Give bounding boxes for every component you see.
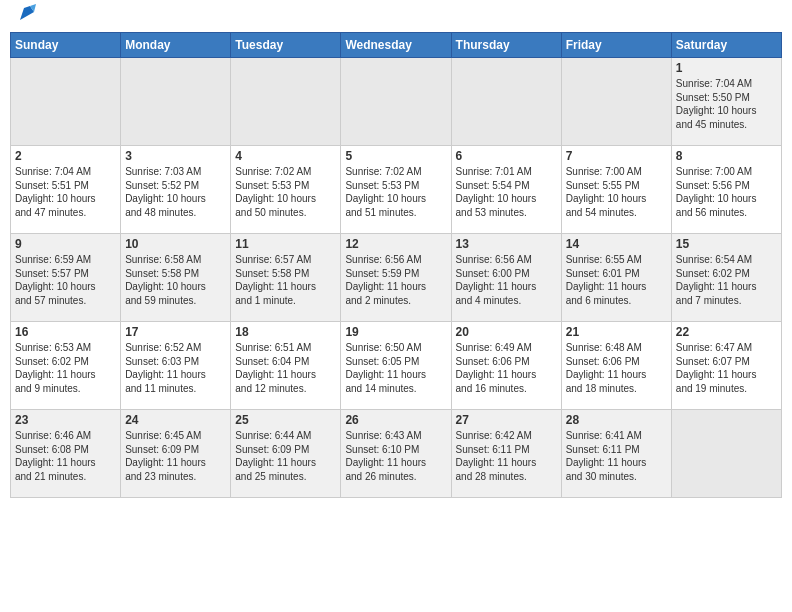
day-number: 23	[15, 413, 116, 427]
day-cell	[11, 58, 121, 146]
day-number: 3	[125, 149, 226, 163]
day-info: Sunrise: 6:51 AM Sunset: 6:04 PM Dayligh…	[235, 341, 336, 395]
day-cell	[561, 58, 671, 146]
day-info: Sunrise: 6:47 AM Sunset: 6:07 PM Dayligh…	[676, 341, 777, 395]
day-cell: 1Sunrise: 7:04 AM Sunset: 5:50 PM Daylig…	[671, 58, 781, 146]
day-info: Sunrise: 7:02 AM Sunset: 5:53 PM Dayligh…	[345, 165, 446, 219]
logo	[14, 10, 38, 24]
day-cell: 22Sunrise: 6:47 AM Sunset: 6:07 PM Dayli…	[671, 322, 781, 410]
day-info: Sunrise: 6:53 AM Sunset: 6:02 PM Dayligh…	[15, 341, 116, 395]
day-cell: 2Sunrise: 7:04 AM Sunset: 5:51 PM Daylig…	[11, 146, 121, 234]
calendar: SundayMondayTuesdayWednesdayThursdayFrid…	[10, 32, 782, 498]
day-cell	[231, 58, 341, 146]
day-info: Sunrise: 6:50 AM Sunset: 6:05 PM Dayligh…	[345, 341, 446, 395]
day-number: 26	[345, 413, 446, 427]
day-cell: 14Sunrise: 6:55 AM Sunset: 6:01 PM Dayli…	[561, 234, 671, 322]
day-info: Sunrise: 6:43 AM Sunset: 6:10 PM Dayligh…	[345, 429, 446, 483]
day-number: 16	[15, 325, 116, 339]
header	[10, 10, 782, 24]
weekday-header-row: SundayMondayTuesdayWednesdayThursdayFrid…	[11, 33, 782, 58]
day-cell: 26Sunrise: 6:43 AM Sunset: 6:10 PM Dayli…	[341, 410, 451, 498]
day-info: Sunrise: 6:56 AM Sunset: 6:00 PM Dayligh…	[456, 253, 557, 307]
day-info: Sunrise: 6:48 AM Sunset: 6:06 PM Dayligh…	[566, 341, 667, 395]
weekday-tuesday: Tuesday	[231, 33, 341, 58]
day-cell: 4Sunrise: 7:02 AM Sunset: 5:53 PM Daylig…	[231, 146, 341, 234]
day-number: 15	[676, 237, 777, 251]
day-number: 17	[125, 325, 226, 339]
day-info: Sunrise: 6:49 AM Sunset: 6:06 PM Dayligh…	[456, 341, 557, 395]
day-cell	[121, 58, 231, 146]
day-number: 28	[566, 413, 667, 427]
week-row-3: 16Sunrise: 6:53 AM Sunset: 6:02 PM Dayli…	[11, 322, 782, 410]
day-number: 1	[676, 61, 777, 75]
day-number: 21	[566, 325, 667, 339]
day-number: 19	[345, 325, 446, 339]
day-cell: 5Sunrise: 7:02 AM Sunset: 5:53 PM Daylig…	[341, 146, 451, 234]
day-info: Sunrise: 7:04 AM Sunset: 5:51 PM Dayligh…	[15, 165, 116, 219]
day-number: 18	[235, 325, 336, 339]
day-cell: 3Sunrise: 7:03 AM Sunset: 5:52 PM Daylig…	[121, 146, 231, 234]
day-info: Sunrise: 6:52 AM Sunset: 6:03 PM Dayligh…	[125, 341, 226, 395]
day-info: Sunrise: 7:02 AM Sunset: 5:53 PM Dayligh…	[235, 165, 336, 219]
day-cell: 16Sunrise: 6:53 AM Sunset: 6:02 PM Dayli…	[11, 322, 121, 410]
day-cell: 28Sunrise: 6:41 AM Sunset: 6:11 PM Dayli…	[561, 410, 671, 498]
day-cell: 6Sunrise: 7:01 AM Sunset: 5:54 PM Daylig…	[451, 146, 561, 234]
day-cell	[341, 58, 451, 146]
day-info: Sunrise: 7:04 AM Sunset: 5:50 PM Dayligh…	[676, 77, 777, 131]
day-cell: 18Sunrise: 6:51 AM Sunset: 6:04 PM Dayli…	[231, 322, 341, 410]
day-cell: 15Sunrise: 6:54 AM Sunset: 6:02 PM Dayli…	[671, 234, 781, 322]
day-number: 13	[456, 237, 557, 251]
day-info: Sunrise: 6:56 AM Sunset: 5:59 PM Dayligh…	[345, 253, 446, 307]
day-info: Sunrise: 6:44 AM Sunset: 6:09 PM Dayligh…	[235, 429, 336, 483]
day-cell: 12Sunrise: 6:56 AM Sunset: 5:59 PM Dayli…	[341, 234, 451, 322]
week-row-2: 9Sunrise: 6:59 AM Sunset: 5:57 PM Daylig…	[11, 234, 782, 322]
day-cell	[671, 410, 781, 498]
day-number: 7	[566, 149, 667, 163]
day-cell: 25Sunrise: 6:44 AM Sunset: 6:09 PM Dayli…	[231, 410, 341, 498]
weekday-monday: Monday	[121, 33, 231, 58]
day-cell: 7Sunrise: 7:00 AM Sunset: 5:55 PM Daylig…	[561, 146, 671, 234]
page: SundayMondayTuesdayWednesdayThursdayFrid…	[0, 0, 792, 508]
day-info: Sunrise: 7:01 AM Sunset: 5:54 PM Dayligh…	[456, 165, 557, 219]
day-number: 5	[345, 149, 446, 163]
day-number: 11	[235, 237, 336, 251]
day-info: Sunrise: 6:41 AM Sunset: 6:11 PM Dayligh…	[566, 429, 667, 483]
week-row-0: 1Sunrise: 7:04 AM Sunset: 5:50 PM Daylig…	[11, 58, 782, 146]
day-number: 8	[676, 149, 777, 163]
day-number: 27	[456, 413, 557, 427]
day-number: 20	[456, 325, 557, 339]
day-number: 10	[125, 237, 226, 251]
day-info: Sunrise: 6:54 AM Sunset: 6:02 PM Dayligh…	[676, 253, 777, 307]
day-info: Sunrise: 6:55 AM Sunset: 6:01 PM Dayligh…	[566, 253, 667, 307]
day-info: Sunrise: 6:45 AM Sunset: 6:09 PM Dayligh…	[125, 429, 226, 483]
week-row-1: 2Sunrise: 7:04 AM Sunset: 5:51 PM Daylig…	[11, 146, 782, 234]
day-cell: 21Sunrise: 6:48 AM Sunset: 6:06 PM Dayli…	[561, 322, 671, 410]
day-number: 24	[125, 413, 226, 427]
day-number: 22	[676, 325, 777, 339]
day-cell	[451, 58, 561, 146]
day-number: 4	[235, 149, 336, 163]
weekday-friday: Friday	[561, 33, 671, 58]
day-number: 2	[15, 149, 116, 163]
weekday-sunday: Sunday	[11, 33, 121, 58]
day-info: Sunrise: 7:00 AM Sunset: 5:55 PM Dayligh…	[566, 165, 667, 219]
week-row-4: 23Sunrise: 6:46 AM Sunset: 6:08 PM Dayli…	[11, 410, 782, 498]
day-info: Sunrise: 6:59 AM Sunset: 5:57 PM Dayligh…	[15, 253, 116, 307]
day-number: 9	[15, 237, 116, 251]
day-cell: 13Sunrise: 6:56 AM Sunset: 6:00 PM Dayli…	[451, 234, 561, 322]
day-info: Sunrise: 7:00 AM Sunset: 5:56 PM Dayligh…	[676, 165, 777, 219]
day-cell: 17Sunrise: 6:52 AM Sunset: 6:03 PM Dayli…	[121, 322, 231, 410]
day-cell: 19Sunrise: 6:50 AM Sunset: 6:05 PM Dayli…	[341, 322, 451, 410]
day-info: Sunrise: 7:03 AM Sunset: 5:52 PM Dayligh…	[125, 165, 226, 219]
day-cell: 24Sunrise: 6:45 AM Sunset: 6:09 PM Dayli…	[121, 410, 231, 498]
day-number: 6	[456, 149, 557, 163]
day-cell: 10Sunrise: 6:58 AM Sunset: 5:58 PM Dayli…	[121, 234, 231, 322]
day-cell: 23Sunrise: 6:46 AM Sunset: 6:08 PM Dayli…	[11, 410, 121, 498]
day-cell: 9Sunrise: 6:59 AM Sunset: 5:57 PM Daylig…	[11, 234, 121, 322]
day-info: Sunrise: 6:58 AM Sunset: 5:58 PM Dayligh…	[125, 253, 226, 307]
day-info: Sunrise: 6:57 AM Sunset: 5:58 PM Dayligh…	[235, 253, 336, 307]
weekday-saturday: Saturday	[671, 33, 781, 58]
day-info: Sunrise: 6:42 AM Sunset: 6:11 PM Dayligh…	[456, 429, 557, 483]
day-cell: 27Sunrise: 6:42 AM Sunset: 6:11 PM Dayli…	[451, 410, 561, 498]
day-number: 12	[345, 237, 446, 251]
